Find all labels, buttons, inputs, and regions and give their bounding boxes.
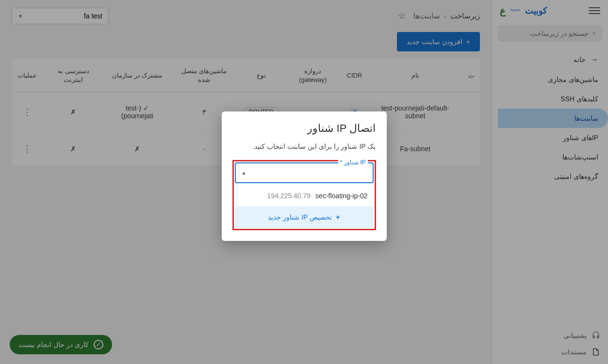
plus-icon: + <box>336 213 340 221</box>
modal-desc: یک IP شناور را برای این سابنت انتخاب کنی… <box>232 142 376 150</box>
new-option-label: تخصیص IP شناور جدید <box>268 213 332 221</box>
floating-ip-select[interactable]: IP شناور * ▲ <box>235 162 374 183</box>
highlight-annotation: IP شناور * ▲ sec-floating-ip-02 194.225.… <box>232 160 376 230</box>
option-name: sec-floating-ip-02 <box>315 192 367 200</box>
floating-ip-dropdown: sec-floating-ip-02 194.225.40.79 + تخصیص… <box>235 185 374 228</box>
floating-ip-modal: اتصال IP شناور یک IP شناور را برای این س… <box>222 111 387 241</box>
modal-title: اتصال IP شناور <box>232 122 376 135</box>
caret-up-icon: ▲ <box>242 170 246 175</box>
modal-overlay[interactable]: اتصال IP شناور یک IP شناور را برای این س… <box>0 0 608 364</box>
floating-ip-option[interactable]: sec-floating-ip-02 194.225.40.79 <box>235 185 374 206</box>
select-label: IP شناور * <box>338 159 368 166</box>
allocate-new-ip-option[interactable]: + تخصیص IP شناور جدید <box>235 206 374 228</box>
option-ip: 194.225.40.79 <box>267 192 311 200</box>
